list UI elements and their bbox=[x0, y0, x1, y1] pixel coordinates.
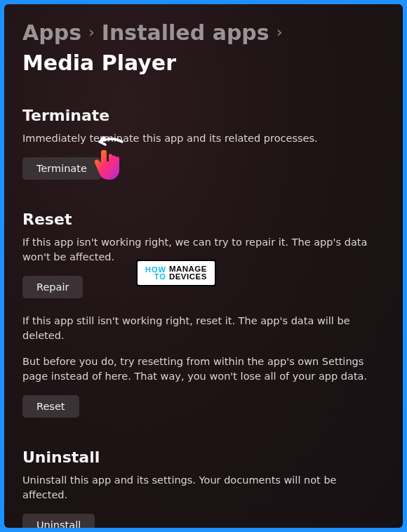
uninstall-button[interactable]: Uninstall bbox=[22, 514, 95, 528]
reset-desc-repair: If this app isn't working right, we can … bbox=[22, 235, 385, 265]
section-uninstall: Uninstall Uninstall this app and its set… bbox=[22, 448, 385, 528]
reset-desc-delete: If this app still isn't working right, r… bbox=[22, 314, 385, 343]
settings-page: Apps › Installed apps › Media Player Ter… bbox=[4, 4, 403, 528]
repair-button[interactable]: Repair bbox=[22, 276, 83, 298]
section-terminate: Terminate Immediately terminate this app… bbox=[22, 107, 385, 180]
reset-desc-advice: But before you do, try resetting from wi… bbox=[22, 354, 385, 384]
section-reset: Reset If this app isn't working right, w… bbox=[22, 211, 385, 418]
reset-button[interactable]: Reset bbox=[22, 395, 79, 418]
terminate-title: Terminate bbox=[22, 107, 385, 124]
terminate-button[interactable]: Terminate bbox=[22, 157, 101, 180]
terminate-desc: Immediately terminate this app and its r… bbox=[22, 131, 385, 146]
breadcrumb-installed-apps[interactable]: Installed apps bbox=[102, 21, 269, 44]
uninstall-title: Uninstall bbox=[22, 448, 385, 466]
uninstall-desc: Uninstall this app and its settings. You… bbox=[22, 473, 385, 503]
breadcrumb: Apps › Installed apps › Media Player bbox=[22, 21, 385, 74]
breadcrumb-apps[interactable]: Apps bbox=[22, 21, 81, 44]
reset-title: Reset bbox=[22, 211, 385, 228]
chevron-right-icon: › bbox=[88, 24, 95, 41]
chevron-right-icon: › bbox=[276, 24, 283, 41]
breadcrumb-current: Media Player bbox=[22, 51, 176, 74]
